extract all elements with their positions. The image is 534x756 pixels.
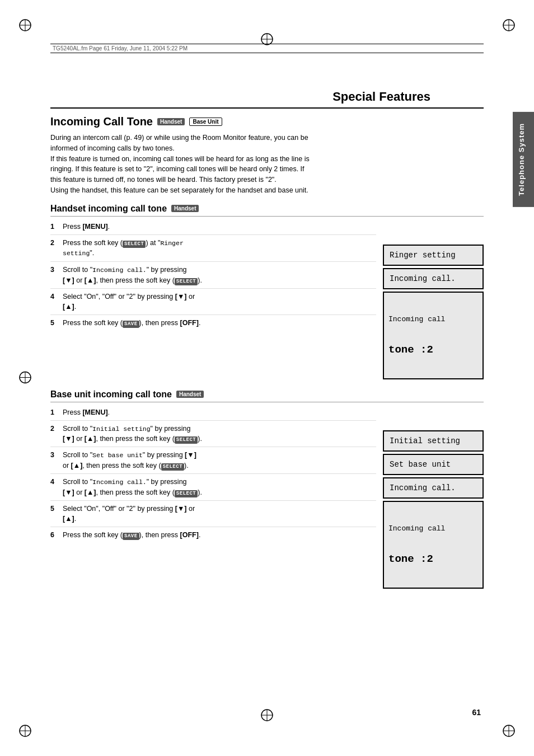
base-unit-badge: Base Unit [189, 118, 222, 126]
step-num: 1 [50, 222, 59, 232]
sidebar-label: Telephone System [513, 112, 534, 207]
step-num: 3 [50, 450, 59, 471]
handset-step-5: 5 Press the soft key (SAVE), then press … [50, 315, 376, 331]
select-badge: SELECT [123, 241, 146, 248]
handset-step-2: 2 Press the soft key (SELECT) at "Ringer… [50, 235, 376, 262]
handset-lcd-panels: Ringer setting Incoming call. Incoming c… [383, 219, 484, 379]
step-text: Select "On", "Off" or "2" by pressing [▼… [63, 292, 376, 312]
step-text: Scroll to "Incoming call." by pressing[▼… [63, 265, 376, 285]
lcd-incoming-call-2: Incoming call. [383, 477, 484, 499]
step-num: 3 [50, 265, 59, 285]
select-badge: SELECT [175, 436, 198, 444]
handset-section-badge: Handset [171, 205, 199, 212]
handset-step-1: 1 Press [MENU]. [50, 219, 376, 235]
reg-mark-tr [500, 17, 517, 34]
step-num: 5 [50, 318, 59, 328]
step-text: Press the soft key (SAVE), then press [O… [63, 530, 376, 540]
menu-key: [MENU] [82, 223, 107, 231]
lcd-line2: tone :2 [388, 553, 478, 565]
reg-mark-br [500, 722, 517, 739]
base-section-badge: Handset [176, 391, 204, 398]
step-num: 4 [50, 292, 59, 312]
base-heading-text: Base unit incoming call tone [50, 389, 172, 400]
intro-text: During an intercom call (p. 49) or while… [50, 133, 484, 196]
lcd-incoming-call-tone-1: Incoming call tone :2 [383, 292, 484, 379]
base-step-4: 4 Scroll to "Incoming call." by pressing… [50, 474, 376, 501]
reg-mark-lc [17, 369, 34, 387]
reg-mark-bc [259, 707, 275, 725]
page-number: 61 [472, 708, 481, 717]
handset-badge: Handset [157, 118, 185, 125]
main-heading-text: Incoming Call Tone [50, 115, 153, 128]
base-step-1: 1 Press [MENU]. [50, 405, 376, 421]
handset-step-4: 4 Select "On", "Off" or "2" by pressing … [50, 289, 376, 315]
step-num: 2 [50, 238, 59, 259]
header-text: TG5240AL.fm Page 61 Friday, June 11, 200… [53, 45, 188, 51]
base-step-3: 3 Scroll to "Set base unit" by pressing … [50, 447, 376, 474]
page: TG5240AL.fm Page 61 Friday, June 11, 200… [0, 0, 534, 756]
base-lcd-panels: Initial setting Set base unit Incoming c… [383, 405, 484, 589]
lcd-incoming-call-tone-2: Incoming call tone :2 [383, 501, 484, 589]
step-num: 5 [50, 504, 59, 524]
base-step-5: 5 Select "On", "Off" or "2" by pressing … [50, 501, 376, 527]
base-steps-area: 1 Press [MENU]. 2 Scroll to "Initial set… [50, 405, 484, 589]
intro-line-1: During an intercom call (p. 49) or while… [50, 133, 484, 154]
step-num: 2 [50, 424, 59, 444]
step-text: Press the soft key (SELECT) at "Ringerse… [63, 238, 376, 259]
select-badge: SELECT [161, 463, 184, 471]
handset-heading-text: Handset incoming call tone [50, 204, 167, 214]
lcd-initial-setting: Initial setting [383, 430, 484, 452]
lcd-set-base-unit: Set base unit [383, 454, 484, 475]
lcd-line2: tone :2 [388, 344, 478, 356]
step-text: Scroll to "Incoming call." by pressing[▼… [63, 477, 376, 497]
sidebar-label-text: Telephone System [517, 123, 526, 196]
reg-mark-tl [17, 17, 34, 34]
main-section-heading: Incoming Call Tone Handset Base Unit [50, 115, 484, 128]
select-badge: SELECT [175, 278, 198, 285]
step-num: 1 [50, 407, 59, 417]
handset-steps-area: 1 Press [MENU]. 2 Press the soft key (SE… [50, 219, 484, 379]
lcd-line1: Incoming call [388, 315, 478, 323]
handset-step-3: 3 Scroll to "Incoming call." by pressing… [50, 262, 376, 289]
step-text: Scroll to "Set base unit" by pressing [▼… [63, 450, 376, 471]
handset-steps-list: 1 Press [MENU]. 2 Press the soft key (SE… [50, 219, 376, 379]
step-num: 4 [50, 477, 59, 497]
reg-mark-tc [259, 31, 275, 49]
page-title: Special Features [332, 90, 430, 104]
base-step-6: 6 Press the soft key (SAVE), then press … [50, 527, 376, 543]
lcd-incoming-call-1: Incoming call. [383, 268, 484, 289]
save-badge: SAVE [123, 321, 139, 328]
reg-mark-bl [17, 722, 34, 739]
base-step-2: 2 Scroll to "Initial setting" by pressin… [50, 421, 376, 448]
step-text: Press the soft key (SAVE), then press [O… [63, 318, 376, 328]
main-content: Incoming Call Tone Handset Base Unit Dur… [50, 109, 484, 589]
lcd-line1: Incoming call [388, 524, 478, 533]
step-text: Scroll to "Initial setting" by pressing[… [63, 424, 376, 444]
handset-section-heading: Handset incoming call tone Handset [50, 204, 484, 217]
base-steps-list: 1 Press [MENU]. 2 Scroll to "Initial set… [50, 405, 376, 589]
step-text: Press [MENU]. [63, 222, 376, 232]
step-text: Select "On", "Off" or "2" by pressing [▼… [63, 504, 376, 524]
step-text: Press [MENU]. [63, 407, 376, 417]
base-section-heading: Base unit incoming call tone Handset [50, 389, 484, 402]
save-badge: SAVE [123, 533, 139, 540]
lcd-ringer-setting: Ringer setting [383, 245, 484, 266]
intro-line-3: Using the handset, this feature can be s… [50, 185, 484, 196]
step-num: 6 [50, 530, 59, 540]
select-badge: SELECT [175, 490, 198, 497]
intro-line-2: If this feature is turned on, incoming c… [50, 154, 484, 185]
